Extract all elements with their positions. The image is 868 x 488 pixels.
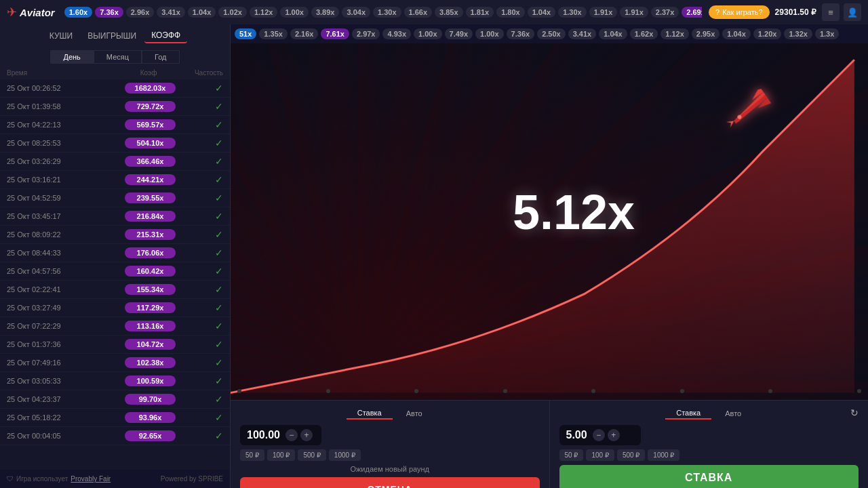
- bet2-quick-100[interactable]: 100 ₽: [586, 449, 614, 461]
- table-row: 25 Окт 05:18:2293.96x✓: [0, 409, 230, 427]
- bet1-increase-button[interactable]: +: [300, 429, 313, 441]
- bet1-decrease-button[interactable]: −: [285, 429, 298, 441]
- user-button[interactable]: 👤: [844, 3, 861, 21]
- bet1-quick-50[interactable]: 50 ₽: [240, 449, 264, 461]
- table-row: 25 Окт 02:22:41155.34x✓: [0, 281, 230, 299]
- check-icon: ✓: [176, 229, 223, 240]
- axis-dot: [326, 389, 330, 393]
- logo-plane-icon: ✈: [7, 5, 17, 20]
- period-tab-year[interactable]: Год: [142, 50, 180, 64]
- how-to-play-button[interactable]: ? Как играть?: [709, 5, 770, 19]
- sub-tab-kushi[interactable]: КУШИ: [43, 29, 79, 43]
- logo: ✈ Aviator: [0, 5, 62, 20]
- ticker-badge: 1.04x: [722, 28, 751, 39]
- sub-tab-winnings[interactable]: ВЫИГРЫШИ: [81, 29, 143, 43]
- check-icon: ✓: [176, 211, 223, 222]
- table-row: 25 Окт 07:49:16102.38x✓: [0, 354, 230, 372]
- period-tab-day[interactable]: День: [50, 50, 93, 64]
- multiplier-display: 5.12x: [513, 184, 635, 240]
- table-row: 25 Окт 04:57:56160.42x✓: [0, 262, 230, 281]
- row-time: 25 Окт 03:05:33: [7, 377, 125, 385]
- bet1-quick-100[interactable]: 100 ₽: [267, 449, 295, 461]
- ticker-badge: 2.16x: [290, 28, 319, 39]
- bet1-quick-bets: 50 ₽ 100 ₽ 500 ₽ 1000 ₽: [240, 449, 540, 461]
- bet-panel-1-tabs: Ставка Авто: [240, 407, 540, 420]
- ticker-badge: 1.00x: [475, 28, 504, 39]
- check-icon: ✓: [176, 192, 223, 203]
- ticker-badge: 1.12x: [660, 28, 689, 39]
- ticker-badge: 1.02x: [218, 7, 247, 18]
- bet2-quick-500[interactable]: 500 ₽: [617, 449, 645, 461]
- ticker-badge: 7.61x: [321, 28, 349, 39]
- ticker-badge: 7.49x: [445, 28, 473, 39]
- check-icon: ✓: [176, 174, 223, 185]
- bet2-quick-50[interactable]: 50 ₽: [559, 449, 584, 461]
- bet2-tab-stake[interactable]: Ставка: [665, 407, 711, 420]
- bet2-increase-button[interactable]: +: [608, 429, 620, 441]
- coef-badge: 155.34x: [125, 284, 176, 295]
- row-time: 25 Окт 00:26:52: [7, 84, 125, 92]
- bet1-tab-stake[interactable]: Ставка: [347, 407, 393, 420]
- refresh-button[interactable]: ↻: [850, 407, 859, 418]
- ticker-badge: 2.50x: [537, 28, 566, 39]
- row-time: 25 Окт 03:16:21: [7, 176, 125, 184]
- row-time: 25 Окт 08:25:53: [7, 139, 125, 147]
- ticker-badge: 1.20x: [753, 28, 782, 39]
- table-row: 25 Окт 00:04:0592.65x✓: [0, 427, 230, 445]
- axis-dot: [680, 389, 684, 393]
- row-time: 25 Окт 04:23:37: [7, 395, 125, 403]
- ticker-badge: 1.04x: [188, 7, 216, 18]
- ticker-badge: 1.00x: [280, 7, 309, 18]
- check-icon: ✓: [176, 357, 223, 368]
- ticker-badge: 1.62x: [630, 28, 658, 39]
- row-time: 25 Окт 08:09:22: [7, 230, 125, 239]
- bet1-quick-1000[interactable]: 1000 ₽: [329, 449, 361, 461]
- row-time: 25 Окт 07:49:16: [7, 359, 125, 367]
- top-right-controls: ? Как играть? 29301.50 ₽ ≡ 👤: [702, 3, 868, 21]
- bet1-amount: 100.00: [247, 429, 280, 441]
- table-row: 25 Окт 03:16:21244.21x✓: [0, 171, 230, 189]
- table-row: 25 Окт 08:25:53504.10x✓: [0, 134, 230, 152]
- bet2-tab-auto[interactable]: Авто: [714, 407, 752, 420]
- coef-badge: 160.42x: [125, 266, 176, 277]
- coef-badge: 99.70x: [125, 394, 176, 405]
- axis-dot: [503, 389, 507, 393]
- coef-badge: 366.46x: [125, 156, 176, 167]
- provably-fair-link[interactable]: Provably Fair: [71, 475, 111, 483]
- bet1-tab-auto[interactable]: Авто: [395, 407, 433, 420]
- sidebar-sub-tabs: КУШИ ВЫИГРЫШИ КОЭФФ: [0, 24, 230, 47]
- period-tab-month[interactable]: Месяц: [94, 50, 142, 64]
- bet2-decrease-button[interactable]: −: [593, 429, 605, 441]
- top-header: ✈ Aviator 1.60x7.36x2.96x3.41x1.04x1.02x…: [0, 0, 868, 24]
- coef-badge: 104.72x: [125, 339, 176, 350]
- coef-badge: 569.57x: [125, 119, 176, 130]
- coef-badge: 215.31x: [125, 229, 176, 240]
- table-row: 25 Окт 03:05:33100.59x✓: [0, 372, 230, 390]
- row-time: 25 Окт 05:18:22: [7, 413, 125, 422]
- bet2-quick-1000[interactable]: 1000 ₽: [648, 449, 679, 461]
- svg-marker-1: [732, 95, 770, 124]
- row-time: 25 Окт 08:44:33: [7, 249, 125, 257]
- cancel-button[interactable]: ОТМЕНА: [240, 477, 540, 488]
- balance-display: 29301.50 ₽: [775, 7, 816, 17]
- ticker-badge: 51x: [235, 28, 256, 39]
- check-icon: ✓: [176, 101, 223, 112]
- bet1-quick-500[interactable]: 500 ₽: [298, 449, 326, 461]
- check-icon: ✓: [176, 156, 223, 167]
- row-time: 25 Окт 04:22:13: [7, 121, 125, 129]
- ticker-badge: 2.37x: [651, 7, 679, 18]
- provably-fair: 🛡 Игра использует Provably Fair: [7, 475, 111, 483]
- table-row: 25 Окт 08:09:22215.31x✓: [0, 226, 230, 244]
- coef-badge: 216.84x: [125, 211, 176, 222]
- axis-dot: [857, 389, 861, 393]
- svg-marker-4: [727, 118, 736, 127]
- sidebar-list: 25 Окт 00:26:521682.03x✓25 Окт 01:39:587…: [0, 79, 230, 470]
- row-time: 25 Окт 01:37:36: [7, 340, 125, 348]
- check-icon: ✓: [176, 138, 223, 148]
- stake-button[interactable]: СТАВКА: [559, 465, 859, 488]
- menu-button[interactable]: ≡: [822, 3, 840, 21]
- sub-tab-coef[interactable]: КОЭФФ: [144, 28, 187, 43]
- bottom-betting-panel: Ставка Авто 100.00 − + 50 ₽ 100 ₽ 500 ₽ …: [231, 400, 868, 488]
- question-icon: ?: [715, 8, 719, 16]
- col-header-freq: Частость: [176, 69, 223, 77]
